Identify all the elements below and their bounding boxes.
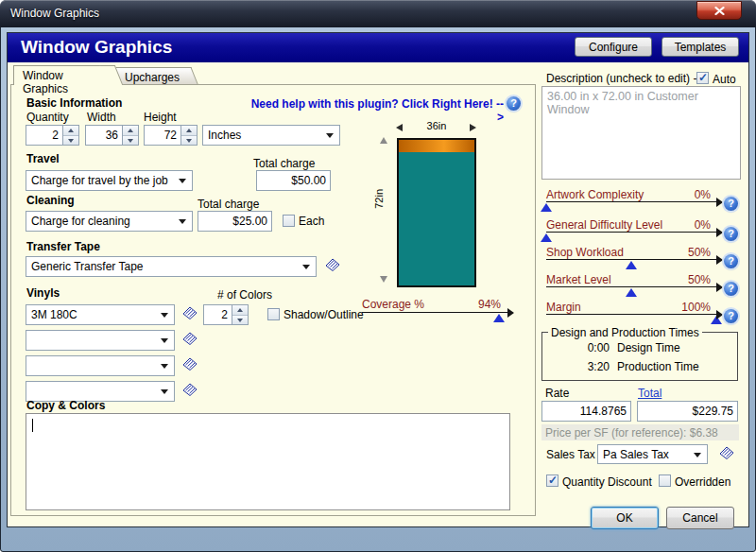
slider-handle[interactable] (626, 288, 637, 297)
production-time-row: 3:20 Production Time (570, 360, 712, 373)
times-group-label: Design and Production Times (548, 326, 702, 339)
quantity-discount-label: Quantity Discount (562, 475, 652, 489)
slider-handle[interactable] (626, 261, 637, 269)
help-icon[interactable]: ? (724, 227, 738, 241)
shop-workload-label: Shop Workload (546, 246, 624, 259)
margin-value: 100% (662, 301, 711, 314)
ok-button[interactable]: OK (591, 507, 659, 529)
slider-handle[interactable] (541, 233, 552, 242)
slider-handle[interactable] (541, 203, 552, 212)
quantity-discount-checkbox[interactable] (546, 474, 558, 487)
shop-workload-value: 50% (662, 246, 711, 259)
page-title: Window Graphics (21, 37, 172, 58)
general-difficulty-slider[interactable] (546, 232, 716, 243)
tab-upcharges[interactable]: Upcharges (115, 67, 187, 84)
window-graphics-dialog: Window Graphics Window Graphics Configur… (0, 0, 756, 552)
sales-tax-select[interactable]: Pa Sales Tax (597, 444, 708, 464)
production-time-value: 3:20 (570, 360, 610, 373)
overridden-checkbox[interactable] (659, 474, 671, 487)
sales-tax-label: Sales Tax (546, 448, 595, 461)
titlebar[interactable]: Window Graphics (0, 0, 756, 27)
artwork-complexity-slider[interactable] (546, 201, 716, 213)
templates-button[interactable]: Templates (662, 37, 739, 57)
tab-page (10, 84, 536, 516)
auto-checkbox[interactable] (696, 72, 709, 84)
window-title: Window Graphics (10, 7, 99, 20)
total-link[interactable]: Total (638, 387, 662, 400)
design-time-value: 0:00 (570, 341, 610, 354)
design-time-label: Design Time (617, 341, 680, 354)
close-button[interactable] (696, 1, 742, 20)
slider-handle[interactable] (711, 316, 722, 324)
tab-window-graphics[interactable]: Window Graphics (13, 65, 112, 85)
shop-workload-slider[interactable] (546, 259, 716, 270)
chevron-down-icon (694, 453, 701, 457)
auto-label: Auto (713, 73, 736, 86)
margin-label: Margin (546, 301, 581, 314)
sales-tax-catalog-button[interactable] (718, 446, 735, 460)
market-level-label: Market Level (546, 273, 611, 286)
help-icon[interactable]: ? (724, 282, 738, 296)
rate-input[interactable]: 114.8765 (541, 401, 631, 422)
artwork-complexity-value: 0% (662, 188, 711, 201)
general-difficulty-label: General Difficulty Level (546, 218, 662, 232)
artwork-complexity-label: Artwork Complexity (546, 188, 644, 201)
close-icon (714, 7, 725, 15)
margin-slider[interactable] (546, 314, 716, 325)
rate-label: Rate (545, 387, 569, 400)
design-time-row: 0:00 Design Time (570, 341, 712, 354)
production-time-label: Production Time (617, 360, 699, 373)
general-difficulty-value: 0% (662, 218, 711, 232)
book-icon (718, 446, 735, 460)
help-icon[interactable]: ? (724, 197, 738, 211)
configure-button[interactable]: Configure (575, 37, 652, 57)
cancel-button[interactable]: Cancel (666, 507, 734, 529)
market-level-slider[interactable] (546, 286, 716, 298)
help-icon[interactable]: ? (724, 309, 738, 323)
total-input[interactable]: $229.75 (637, 401, 738, 422)
description-textarea[interactable]: 36.00 in x 72.00 in Customer Window (541, 86, 741, 180)
description-label: Description (uncheck to edit) --> (546, 72, 707, 85)
overridden-label: Overridden (675, 475, 730, 489)
help-icon[interactable]: ? (724, 254, 738, 268)
price-per-sf-note: Price per SF (for reference): $6.38 (541, 424, 739, 440)
market-level-value: 50% (662, 273, 711, 286)
